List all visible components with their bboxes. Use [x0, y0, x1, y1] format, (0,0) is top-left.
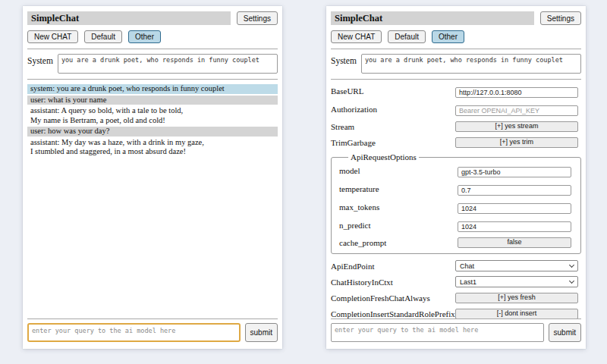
divider: [27, 79, 278, 80]
baseurl-input[interactable]: [455, 87, 578, 98]
setting-row-trimgarbage: TrimGarbage [+] yes trim: [331, 136, 581, 148]
app-title: SimpleChat: [331, 11, 534, 25]
session-tab-other[interactable]: Other: [432, 30, 464, 43]
chat-log: system: you are a drunk poet, who respon…: [27, 84, 278, 157]
n-predict-label: n_predict: [339, 221, 458, 230]
api-request-options-legend: ApiRequestOptions: [348, 152, 419, 162]
stream-toggle-button[interactable]: [+] yes stream: [455, 121, 578, 132]
chevron-down-icon: [569, 278, 574, 284]
settings-panel: SimpleChat Settings New CHAT Default Oth…: [326, 6, 586, 349]
n-predict-input[interactable]: [458, 221, 571, 232]
user-query-input[interactable]: [331, 323, 544, 342]
max-tokens-input[interactable]: [458, 203, 571, 214]
system-prompt-row: System you are a drunk poet, who respond…: [331, 54, 581, 74]
model-label: model: [339, 166, 458, 175]
authorization-label: Authorization: [331, 105, 455, 114]
setting-row-n-predict: n_predict: [339, 218, 571, 232]
divider: [331, 49, 581, 49]
trimgarbage-toggle-button[interactable]: [+] yes trim: [455, 137, 578, 148]
chat-header: SimpleChat Settings: [27, 11, 278, 25]
submit-button[interactable]: submit: [245, 323, 278, 342]
stream-label: Stream: [331, 122, 455, 131]
setting-row-stream: Stream [+] yes stream: [331, 121, 581, 132]
query-bar: submit: [331, 313, 581, 342]
divider: [331, 318, 581, 319]
baseurl-label: BaseURL: [331, 86, 455, 96]
settings-form: BaseURL Authorization Stream [+] yes str…: [331, 84, 581, 319]
settings-header: SimpleChat Settings: [331, 11, 581, 25]
setting-row-authorization: Authorization: [331, 102, 581, 116]
divider: [27, 318, 278, 319]
chat-panel: SimpleChat Settings New CHAT Default Oth…: [23, 6, 282, 349]
session-toolbar: New CHAT Default Other: [27, 30, 278, 43]
trimgarbage-label: TrimGarbage: [331, 138, 455, 147]
system-prompt-input[interactable]: you are a drunk poet, who responds in fu…: [361, 54, 581, 74]
api-endpoint-selected-value: Chat: [460, 262, 474, 270]
max-tokens-label: max_tokens: [339, 202, 458, 212]
divider: [331, 79, 581, 80]
cache-prompt-toggle-button[interactable]: false: [458, 237, 571, 248]
divider: [27, 49, 278, 49]
chat-history-selected-value: Last1: [460, 278, 476, 286]
setting-row-cache-prompt: cache_prompt false: [339, 237, 571, 248]
system-prompt-input[interactable]: you are a drunk poet, who responds in fu…: [58, 54, 278, 74]
session-tab-default[interactable]: Default: [388, 30, 426, 43]
temperature-input[interactable]: [458, 185, 571, 196]
settings-button[interactable]: Settings: [237, 11, 278, 25]
chat-history-select[interactable]: Last1: [455, 276, 578, 287]
session-tab-other[interactable]: Other: [128, 30, 161, 43]
system-prompt-label: System: [27, 54, 53, 74]
cache-prompt-label: cache_prompt: [339, 238, 458, 247]
chevron-down-icon: [569, 262, 574, 268]
chat-message-system: system: you are a drunk poet, who respon…: [27, 84, 278, 94]
chat-message-assistant: assistant: A query so bold, with a tale …: [27, 106, 278, 125]
submit-button[interactable]: submit: [549, 323, 581, 342]
completion-fresh-toggle-button[interactable]: [+] yes fresh: [455, 293, 578, 303]
session-tab-default[interactable]: Default: [84, 30, 122, 43]
authorization-input[interactable]: [455, 105, 578, 116]
session-toolbar: New CHAT Default Other: [331, 30, 581, 43]
setting-row-temperature: temperature: [339, 182, 571, 196]
setting-row-api-endpoint: ApiEndPoint Chat: [331, 260, 581, 271]
new-chat-button[interactable]: New CHAT: [27, 30, 78, 43]
setting-row-model: model: [339, 164, 571, 177]
api-endpoint-select[interactable]: Chat: [455, 260, 578, 271]
settings-button[interactable]: Settings: [540, 11, 581, 25]
user-query-input[interactable]: [27, 323, 241, 342]
model-input[interactable]: [458, 167, 571, 177]
temperature-label: temperature: [339, 184, 458, 193]
api-request-options-group: ApiRequestOptions model temperature max_…: [331, 152, 581, 254]
chat-message-user: user: how was your day?: [27, 127, 278, 136]
api-endpoint-label: ApiEndPoint: [331, 262, 455, 271]
setting-row-chat-history: ChatHistoryInCtxt Last1: [331, 276, 581, 287]
chat-message-user: user: what is your name: [27, 96, 278, 105]
app-title: SimpleChat: [27, 11, 231, 25]
system-prompt-row: System you are a drunk poet, who respond…: [27, 54, 278, 74]
setting-row-baseurl: BaseURL: [331, 84, 581, 98]
query-bar: submit: [27, 313, 278, 342]
setting-row-completion-fresh: CompletionFreshChatAlways [+] yes fresh: [331, 292, 581, 303]
new-chat-button[interactable]: New CHAT: [331, 30, 382, 43]
chat-history-label: ChatHistoryInCtxt: [331, 278, 455, 287]
system-prompt-label: System: [331, 54, 357, 74]
setting-row-max-tokens: max_tokens: [339, 200, 571, 214]
completion-fresh-label: CompletionFreshChatAlways: [331, 293, 455, 303]
chat-message-assistant: assistant: My day was a haze, with a dri…: [27, 138, 278, 157]
